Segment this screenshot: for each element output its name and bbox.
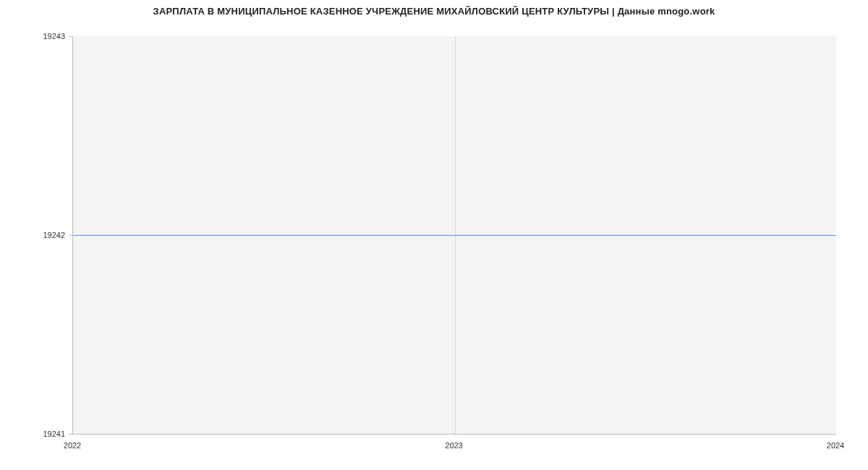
chart-title: ЗАРПЛАТА В МУНИЦИПАЛЬНОЕ КАЗЕННОЕ УЧРЕЖД… bbox=[0, 6, 868, 17]
x-tick-label: 2024 bbox=[827, 441, 844, 450]
y-tick-mark bbox=[69, 434, 72, 435]
y-tick-label: 19241 bbox=[36, 430, 65, 438]
y-tick-mark bbox=[69, 36, 72, 37]
x-tick-label: 2022 bbox=[64, 441, 81, 450]
plot-area bbox=[72, 36, 836, 435]
x-tick-label: 2023 bbox=[445, 441, 462, 450]
y-tick-label: 19243 bbox=[36, 32, 65, 40]
y-tick-label: 19242 bbox=[36, 231, 65, 239]
y-tick-mark bbox=[69, 235, 72, 236]
series-line bbox=[73, 235, 836, 236]
